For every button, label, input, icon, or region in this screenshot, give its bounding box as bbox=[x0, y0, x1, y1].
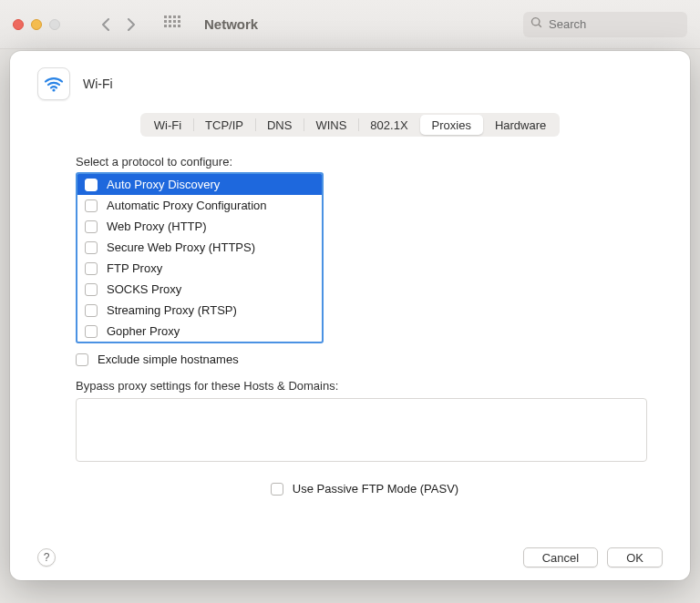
tab-wins[interactable]: WINS bbox=[304, 115, 358, 135]
checkbox[interactable] bbox=[85, 283, 98, 296]
protocol-row-ftp[interactable]: FTP Proxy bbox=[77, 258, 322, 279]
forward-button[interactable] bbox=[120, 14, 142, 36]
window-title: Network bbox=[204, 16, 258, 32]
protocol-row-rtsp[interactable]: Streaming Proxy (RTSP) bbox=[77, 300, 322, 321]
protocol-row-auto-discovery[interactable]: Auto Proxy Discovery bbox=[77, 174, 322, 195]
exclude-checkbox[interactable] bbox=[76, 353, 88, 366]
protocol-label: Web Proxy (HTTP) bbox=[107, 220, 207, 233]
exclude-label: Exclude simple hostnames bbox=[98, 353, 239, 366]
protocol-list[interactable]: Auto Proxy Discovery Automatic Proxy Con… bbox=[76, 172, 324, 343]
page-title: Wi-Fi bbox=[83, 77, 113, 91]
close-window-button[interactable] bbox=[13, 19, 24, 30]
protocol-row-https[interactable]: Secure Web Proxy (HTTPS) bbox=[77, 237, 322, 258]
passive-ftp-checkbox[interactable] bbox=[271, 483, 283, 496]
protocol-label: Automatic Proxy Configuration bbox=[107, 199, 267, 212]
tab-wifi[interactable]: Wi-Fi bbox=[142, 115, 193, 135]
checkbox[interactable] bbox=[85, 325, 98, 338]
ok-button[interactable]: OK bbox=[607, 547, 663, 567]
tab-bar: Wi-Fi TCP/IP DNS WINS 802.1X Proxies Har… bbox=[140, 113, 561, 137]
tab-dns[interactable]: DNS bbox=[255, 115, 304, 135]
minimize-window-button[interactable] bbox=[31, 19, 42, 30]
protocol-label: FTP Proxy bbox=[107, 261, 162, 275]
protocol-row-auto-config[interactable]: Automatic Proxy Configuration bbox=[77, 195, 322, 216]
checkbox[interactable] bbox=[85, 179, 98, 191]
show-all-icon[interactable] bbox=[164, 15, 182, 34]
svg-point-0 bbox=[52, 88, 55, 91]
traffic-lights bbox=[13, 19, 60, 30]
protocols-heading: Select a protocol to configure: bbox=[76, 155, 654, 169]
zoom-window-button[interactable] bbox=[49, 19, 60, 30]
bypass-textarea[interactable] bbox=[76, 398, 647, 462]
wifi-icon bbox=[37, 67, 70, 100]
checkbox[interactable] bbox=[85, 304, 98, 317]
protocol-row-socks[interactable]: SOCKS Proxy bbox=[77, 279, 322, 300]
checkbox[interactable] bbox=[85, 199, 98, 212]
search-input[interactable] bbox=[549, 17, 680, 31]
checkbox[interactable] bbox=[85, 220, 98, 233]
passive-ftp-label: Use Passive FTP Mode (PASV) bbox=[293, 482, 458, 496]
back-button[interactable] bbox=[95, 14, 117, 36]
protocol-label: Streaming Proxy (RTSP) bbox=[107, 303, 237, 317]
cancel-button[interactable]: Cancel bbox=[523, 547, 598, 567]
search-icon bbox=[530, 16, 543, 32]
search-field[interactable] bbox=[523, 12, 687, 37]
protocol-label: Auto Proxy Discovery bbox=[107, 178, 220, 191]
protocol-label: Secure Web Proxy (HTTPS) bbox=[107, 240, 255, 254]
help-button[interactable]: ? bbox=[37, 548, 56, 567]
checkbox[interactable] bbox=[85, 241, 98, 254]
protocol-row-gopher[interactable]: Gopher Proxy bbox=[77, 321, 322, 342]
protocol-label: Gopher Proxy bbox=[107, 324, 180, 338]
protocol-row-http[interactable]: Web Proxy (HTTP) bbox=[77, 216, 322, 237]
tab-proxies[interactable]: Proxies bbox=[420, 115, 483, 135]
settings-sheet: Wi-Fi Wi-Fi TCP/IP DNS WINS 802.1X Proxi… bbox=[10, 51, 690, 580]
tab-tcpip[interactable]: TCP/IP bbox=[193, 115, 255, 135]
checkbox[interactable] bbox=[85, 262, 98, 275]
window-toolbar: Network bbox=[0, 0, 700, 49]
tab-hardware[interactable]: Hardware bbox=[483, 115, 558, 135]
protocol-label: SOCKS Proxy bbox=[107, 282, 181, 296]
tab-8021x[interactable]: 802.1X bbox=[358, 115, 419, 135]
bypass-heading: Bypass proxy settings for these Hosts & … bbox=[76, 379, 654, 393]
